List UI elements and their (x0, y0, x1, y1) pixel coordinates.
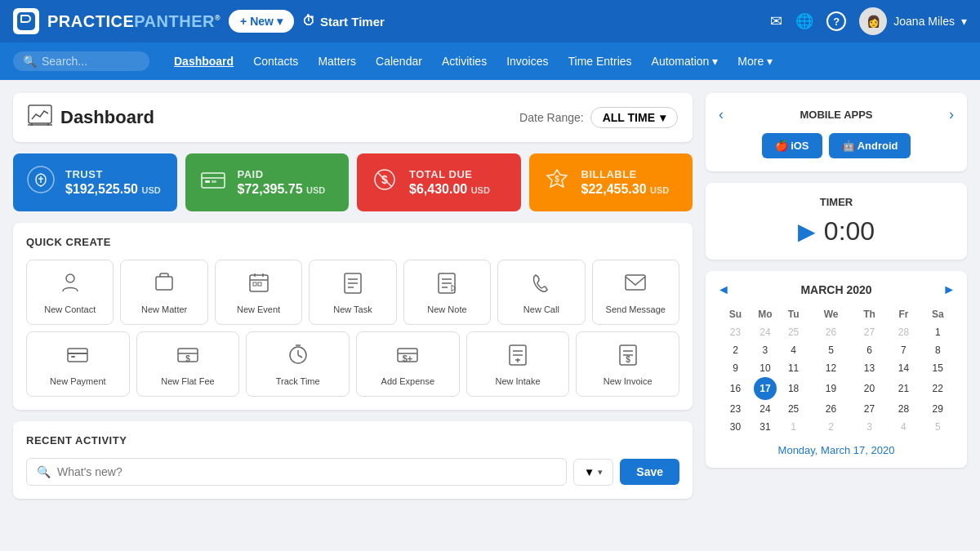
qc-new-contact[interactable]: New Contact (26, 260, 114, 325)
qc-new-intake[interactable]: New Intake (466, 331, 570, 397)
calendar-day[interactable]: 6 (852, 341, 887, 359)
qc-new-task[interactable]: New Task (309, 260, 396, 325)
calendar-day[interactable]: 4 (887, 418, 920, 436)
stat-total-due[interactable]: $ TOTAL DUE $6,430.00 USD (357, 153, 521, 211)
calendar-day[interactable]: 11 (777, 359, 810, 377)
qc-send-message[interactable]: Send Message (592, 260, 679, 325)
new-invoice-icon: $ (616, 342, 640, 370)
calendar-day[interactable]: 4 (777, 341, 810, 359)
paid-label: PAID (238, 168, 326, 180)
calendar-day[interactable]: 2 (717, 341, 754, 359)
qc-track-time[interactable]: Track Time (246, 331, 350, 397)
total-due-value: $6,430.00 USD (409, 182, 490, 197)
search-input[interactable] (42, 55, 140, 68)
calendar-day[interactable]: 1 (920, 323, 956, 341)
calendar-day[interactable]: 27 (852, 323, 887, 341)
stat-billable[interactable]: $ BILLABLE $22,455.30 USD (529, 153, 693, 211)
calendar-day[interactable]: 20 (852, 377, 887, 400)
qc-new-event[interactable]: New Event (215, 260, 302, 325)
activity-search-input[interactable] (57, 465, 556, 478)
calendar-day[interactable]: 21 (887, 377, 920, 400)
track-time-label: Track Time (276, 376, 320, 386)
nav-link-dashboard[interactable]: Dashboard (166, 51, 242, 71)
calendar-day[interactable]: 8 (920, 341, 956, 359)
qc-new-note[interactable]: New Note (403, 260, 491, 325)
calendar-day[interactable]: 28 (887, 400, 920, 418)
filter-button[interactable]: ▼ ▾ (573, 459, 613, 486)
nav-link-activities[interactable]: Activities (434, 51, 495, 71)
stat-trust[interactable]: TRUST $192,525.50 USD (13, 153, 177, 211)
secondary-navigation: 🔍 Dashboard Contacts Matters Calendar Ac… (0, 42, 980, 80)
calendar-day[interactable]: 14 (887, 359, 920, 377)
calendar-day[interactable]: 27 (852, 400, 887, 418)
calendar-day[interactable]: 2 (810, 418, 852, 436)
cal-header-Tu: Tu (777, 305, 810, 323)
calendar-day[interactable]: 10 (754, 359, 777, 377)
start-timer-button[interactable]: ⏱ Start Timer (302, 14, 385, 29)
date-range-button[interactable]: ALL TIME ▾ (590, 107, 678, 128)
nav-link-matters[interactable]: Matters (310, 51, 364, 71)
calendar-day[interactable]: 23 (717, 323, 754, 341)
calendar-day[interactable]: 3 (754, 341, 777, 359)
calendar-day[interactable]: 13 (852, 359, 887, 377)
calendar-day[interactable]: 26 (810, 323, 852, 341)
cal-header-We: We (810, 305, 852, 323)
calendar-day[interactable]: 1 (777, 418, 810, 436)
calendar-day[interactable]: 25 (777, 323, 810, 341)
calendar-day[interactable]: 15 (920, 359, 956, 377)
billable-label: BILLABLE (581, 168, 670, 180)
qc-new-payment[interactable]: New Payment (26, 331, 130, 397)
calendar-day[interactable]: 9 (717, 359, 754, 377)
calendar-day[interactable]: 16 (717, 377, 754, 400)
qc-new-invoice[interactable]: $New Invoice (576, 331, 679, 397)
help-icon[interactable]: ? (826, 11, 846, 31)
calendar-day[interactable]: 18 (777, 377, 810, 400)
nav-link-time-entries[interactable]: Time Entries (559, 51, 639, 71)
qc-add-expense[interactable]: $+Add Expense (356, 331, 460, 397)
trust-label: TRUST (65, 168, 161, 180)
calendar-day[interactable]: 3 (852, 418, 887, 436)
calendar-prev-button[interactable]: ◄ (717, 282, 730, 297)
calendar-day[interactable]: 23 (717, 400, 754, 418)
new-task-icon (341, 270, 365, 298)
mail-icon[interactable]: ✉ (770, 12, 782, 30)
user-menu[interactable]: 👩 Joana Miles ▾ (859, 7, 967, 35)
calendar-day[interactable]: 25 (777, 400, 810, 418)
calendar-day[interactable]: 30 (717, 418, 754, 436)
nav-link-calendar[interactable]: Calendar (368, 51, 430, 71)
new-button[interactable]: + New ▾ (229, 10, 294, 33)
calendar-next-button[interactable]: ► (942, 282, 956, 297)
search-box[interactable]: 🔍 (13, 51, 149, 71)
calendar-day[interactable]: 7 (887, 341, 920, 359)
calendar-day[interactable]: 24 (754, 400, 777, 418)
calendar-day[interactable]: 26 (810, 400, 852, 418)
calendar-day[interactable]: 17 (754, 377, 777, 400)
calendar-day[interactable]: 29 (920, 400, 956, 418)
selected-date-label[interactable]: Monday, March 17, 2020 (717, 444, 956, 456)
qc-new-matter[interactable]: New Matter (120, 260, 207, 325)
ios-button[interactable]: 🍎 iOS (762, 133, 822, 158)
calendar-day[interactable]: 5 (920, 418, 956, 436)
globe-icon[interactable]: 🌐 (795, 12, 813, 30)
nav-link-invoices[interactable]: Invoices (498, 51, 556, 71)
calendar-day[interactable]: 22 (920, 377, 956, 400)
calendar-day[interactable]: 24 (754, 323, 777, 341)
timer-play-button[interactable]: ▶ (798, 218, 816, 245)
qc-new-flat-fee[interactable]: $New Flat Fee (136, 331, 240, 397)
nav-link-automation[interactable]: Automation ▾ (644, 51, 727, 71)
carousel-next-button[interactable]: › (949, 106, 954, 123)
calendar-day[interactable]: 31 (754, 418, 777, 436)
nav-link-contacts[interactable]: Contacts (245, 51, 306, 71)
dashboard-header: Dashboard Date Range: ALL TIME ▾ (13, 93, 693, 142)
android-button[interactable]: 🤖 Android (829, 133, 911, 158)
mobile-apps-card: ‹ MOBILE APPS › 🍎 iOS 🤖 Android (706, 93, 967, 171)
calendar-day[interactable]: 28 (887, 323, 920, 341)
calendar-day[interactable]: 5 (810, 341, 852, 359)
save-button[interactable]: Save (620, 459, 679, 485)
stat-paid[interactable]: PAID $72,395.75 USD (185, 153, 350, 211)
calendar-day[interactable]: 19 (810, 377, 852, 400)
filter-icon: ▼ (584, 466, 595, 478)
nav-link-more[interactable]: More ▾ (729, 51, 781, 71)
qc-new-call[interactable]: New Call (497, 260, 585, 325)
calendar-day[interactable]: 12 (810, 359, 852, 377)
